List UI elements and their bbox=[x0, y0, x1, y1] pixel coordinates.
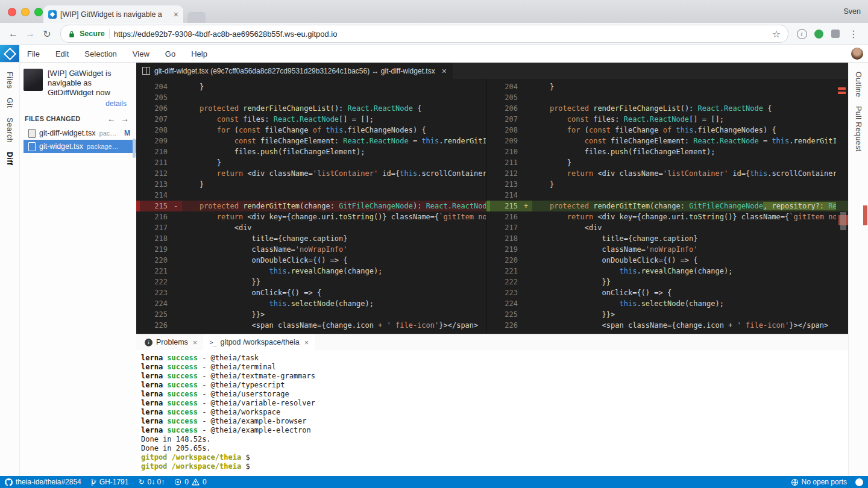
statusbar-problems[interactable]: 0 0 bbox=[174, 478, 206, 486]
extension-icon-1[interactable]: i bbox=[796, 28, 807, 39]
tab-terminal[interactable]: >_ gitpod /workspace/theia × bbox=[203, 334, 315, 350]
sidebar-item-diff[interactable]: Diff bbox=[5, 152, 14, 165]
sync-icon: ↻ bbox=[138, 478, 144, 486]
terminal-tab-close-icon[interactable]: × bbox=[304, 338, 309, 347]
gitpod-favicon-icon bbox=[48, 10, 57, 19]
sidebar-item-git[interactable]: Git bbox=[5, 98, 14, 108]
gitpod-logo[interactable] bbox=[0, 45, 19, 62]
address-bar[interactable]: Secure https://edde92b7-9308-4bdf-ac8b-a… bbox=[60, 25, 788, 43]
added-line-edge-mark bbox=[486, 201, 490, 211]
problems-tab-label: Problems bbox=[156, 338, 188, 346]
user-avatar[interactable] bbox=[851, 48, 863, 60]
extension-icon-3[interactable] bbox=[830, 28, 841, 39]
diff-line-220: 220 onDoubleClick={() => { bbox=[136, 255, 486, 266]
terminal-line: lerna success - @theia/variable-resolver bbox=[141, 399, 843, 408]
diff-line-213: 213 } bbox=[136, 179, 486, 190]
previous-change-icon[interactable]: ← bbox=[105, 114, 118, 124]
gitpod-status-icon[interactable] bbox=[855, 478, 863, 486]
ide-menubar: File Edit Selection View Go Help bbox=[0, 45, 868, 63]
bookmark-star-icon[interactable]: ☆ bbox=[772, 28, 781, 40]
diff-line-215: 215- protected renderGitItem(change: Git… bbox=[136, 201, 486, 211]
forward-button[interactable]: → bbox=[22, 28, 39, 39]
info-extension-icon: i bbox=[797, 29, 807, 39]
editor-scrollbar-thumb[interactable] bbox=[840, 212, 846, 230]
terminal-line: lerna success - @theia/terminal bbox=[141, 363, 843, 372]
diff-line-218: 218 title={change.caption} bbox=[486, 233, 848, 244]
gitpod-diamond-icon bbox=[3, 47, 16, 60]
diff-line-204: 204 } bbox=[486, 81, 848, 92]
browser-menu-icon[interactable]: ⋮ bbox=[844, 28, 863, 40]
statusbar-error-count: 0 bbox=[184, 478, 189, 486]
diff-editor[interactable]: 204 }205206 protected renderFileChangeLi… bbox=[136, 79, 848, 334]
browser-profile-name[interactable]: Sven bbox=[844, 7, 861, 16]
menu-item-go[interactable]: Go bbox=[157, 49, 183, 58]
commit-details-link[interactable]: details bbox=[24, 99, 127, 108]
diff-editor-tab[interactable]: git-diff-widget.tsx (e9c7cff0a56da8c827c… bbox=[136, 63, 453, 79]
extension-icon-2[interactable] bbox=[813, 28, 824, 39]
right-edge-diff-decoration bbox=[863, 205, 867, 225]
diff-line-223: 223 onClick={() => { bbox=[136, 287, 486, 298]
sidebar-item-outline[interactable]: Outline bbox=[854, 72, 863, 97]
files-changed-header: FILES CHANGED ← → bbox=[25, 114, 131, 124]
tab-problems[interactable]: i Problems × bbox=[139, 334, 203, 350]
diff-line-217: 217 <div bbox=[486, 222, 848, 233]
menu-item-file[interactable]: File bbox=[19, 49, 48, 58]
terminal-line: gitpod /workspace/theia $ bbox=[141, 453, 843, 462]
diff-line-225: 225 }}> bbox=[486, 309, 848, 320]
menu-item-selection[interactable]: Selection bbox=[77, 49, 124, 58]
diff-line-210: 210 files.push(fileChangeElement); bbox=[486, 146, 848, 157]
changed-file-row-2[interactable]: git-widget.tsx package… bbox=[24, 140, 136, 153]
diff-line-208: 208 for (const fileChange of this.fileCh… bbox=[486, 125, 848, 136]
statusbar-repo[interactable]: theia-ide/theia#2854 bbox=[5, 478, 81, 486]
statusbar-ports[interactable]: No open ports bbox=[791, 478, 847, 486]
terminal-line: lerna success - @theia/typescript bbox=[141, 381, 843, 390]
terminal-line: lerna success - @theia/task bbox=[141, 354, 843, 363]
refresh-button[interactable]: ↻ bbox=[39, 28, 55, 40]
file-dir: package… bbox=[87, 143, 119, 150]
file-icon bbox=[28, 129, 36, 138]
terminal-output[interactable]: lerna success - @theia/tasklerna success… bbox=[136, 350, 848, 476]
editor-tab-close-icon[interactable]: × bbox=[442, 66, 447, 76]
back-button[interactable]: ← bbox=[5, 28, 22, 39]
menu-item-view[interactable]: View bbox=[125, 49, 157, 58]
diff-line-218: 218 title={change.caption} bbox=[136, 233, 486, 244]
sidebar-item-search[interactable]: Search bbox=[5, 117, 14, 143]
diff-pane-modified: 204 }205206 protected renderFileChangeLi… bbox=[486, 79, 848, 334]
diff-line-204: 204 } bbox=[136, 81, 486, 92]
sidebar-item-pull-request[interactable]: Pull Request bbox=[854, 106, 863, 152]
diff-line-212: 212 return <div className='listContainer… bbox=[486, 168, 848, 179]
diff-line-220: 220 onDoubleClick={() => { bbox=[486, 255, 848, 266]
diff-line-212: 212 return <div className='listContainer… bbox=[136, 168, 486, 179]
new-tab-button[interactable] bbox=[187, 12, 206, 23]
diff-line-207: 207 const files: React.ReactNode[] = []; bbox=[486, 114, 848, 125]
lock-icon bbox=[68, 30, 75, 38]
next-change-icon[interactable]: → bbox=[118, 114, 131, 124]
menu-item-help[interactable]: Help bbox=[183, 49, 215, 58]
git-branch-icon bbox=[91, 478, 96, 486]
file-name: git-diff-widget.tsx bbox=[39, 129, 96, 137]
commit-message: [WIP] GitWidget is navigable as GitDiffW… bbox=[48, 69, 133, 98]
statusbar-branch[interactable]: GH-1791 bbox=[91, 478, 129, 486]
tab-close-icon[interactable]: × bbox=[174, 10, 178, 19]
modified-badge: M bbox=[124, 129, 130, 137]
file-icon bbox=[28, 142, 36, 151]
problems-tab-close-icon[interactable]: × bbox=[193, 338, 198, 347]
statusbar-right: No open ports bbox=[791, 478, 863, 486]
terminal-line: Done in 205.65s. bbox=[141, 444, 843, 453]
minimize-window-button[interactable] bbox=[21, 8, 30, 16]
statusbar-branch-label: GH-1791 bbox=[99, 478, 129, 486]
zoom-window-button[interactable] bbox=[34, 8, 43, 16]
changed-file-row-1[interactable]: git-diff-widget.tsx pac… M bbox=[24, 127, 136, 140]
ruler-mark-red-2 bbox=[838, 92, 846, 94]
warning-icon bbox=[192, 478, 200, 486]
statusbar-sync[interactable]: ↻ 0↓ 0↑ bbox=[138, 478, 165, 486]
close-window-button[interactable] bbox=[8, 8, 16, 16]
browser-tab[interactable]: [WIP] GitWidget is navigable a × bbox=[43, 5, 183, 23]
diff-line-222: 222 }} bbox=[486, 277, 848, 287]
traffic-lights bbox=[8, 8, 43, 16]
sidebar-item-files[interactable]: Files bbox=[5, 72, 14, 89]
menu-item-edit[interactable]: Edit bbox=[48, 49, 77, 58]
commit-author-avatar bbox=[24, 69, 43, 91]
file-dir: pac… bbox=[99, 130, 117, 137]
side-panel-scrollbar[interactable] bbox=[133, 139, 136, 158]
